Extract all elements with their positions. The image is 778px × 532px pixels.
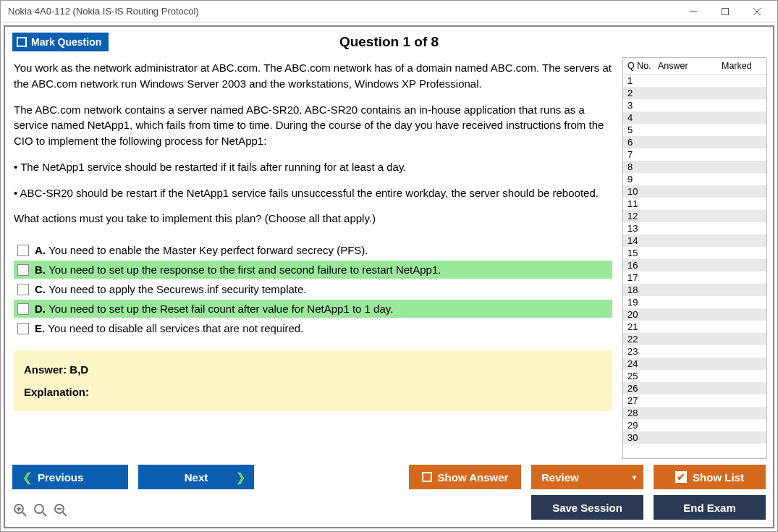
minimize-button[interactable]	[677, 1, 709, 22]
chevron-right-icon: ❯	[236, 470, 245, 484]
show-answer-button[interactable]: Show Answer	[409, 465, 521, 489]
list-row[interactable]: 7	[623, 148, 766, 161]
list-row[interactable]: 25	[623, 370, 766, 382]
row-qno: 8	[623, 161, 656, 172]
answer-line: Answer: B,D	[24, 363, 602, 376]
zoom-controls	[12, 502, 69, 518]
list-row[interactable]: 15	[623, 247, 766, 259]
list-row[interactable]: 3	[623, 99, 766, 111]
list-row[interactable]: 1	[623, 75, 766, 87]
list-row[interactable]: 24	[623, 358, 766, 370]
row-qno: 26	[623, 383, 656, 394]
close-button[interactable]	[741, 1, 773, 22]
question-paragraph: • The NetApp1 service should be restarte…	[14, 159, 612, 175]
row-qno: 11	[623, 198, 656, 209]
list-row[interactable]: 16	[623, 259, 766, 271]
maximize-icon	[721, 7, 730, 16]
option-checkbox[interactable]	[17, 264, 29, 276]
list-row[interactable]: 2	[623, 87, 766, 99]
row-qno: 15	[623, 248, 656, 258]
check-icon: ✔	[675, 471, 687, 483]
button-row: ❮ Previous Next ❯ Show Answer Review ▾	[12, 465, 766, 489]
option-checkbox[interactable]	[17, 303, 29, 315]
row-qno: 4	[623, 112, 656, 123]
option-label: A. You need to enable the Master Key per…	[35, 244, 368, 256]
list-row[interactable]: 14	[623, 235, 766, 247]
question-paragraph: • ABC-SR20 should be restart if the NetA…	[14, 185, 612, 201]
question-list-panel: Q No. Answer Marked 12345678910111213141…	[622, 57, 767, 459]
list-row[interactable]: 13	[623, 222, 766, 235]
list-row[interactable]: 6	[623, 136, 766, 148]
option-a[interactable]: A. You need to enable the Master Key per…	[14, 241, 612, 259]
row-qno: 28	[623, 408, 656, 418]
row-qno: 7	[623, 149, 656, 160]
row-qno: 12	[623, 211, 656, 221]
list-row[interactable]: 27	[623, 394, 766, 407]
save-session-button[interactable]: Save Session	[531, 495, 643, 520]
option-d[interactable]: D. You need to set up the Reset fail cou…	[14, 300, 612, 318]
show-list-label: Show List	[693, 471, 744, 484]
list-row[interactable]: 28	[623, 407, 766, 419]
next-button[interactable]: Next ❯	[138, 465, 254, 489]
header-qno: Q No.	[625, 61, 658, 71]
list-row[interactable]: 22	[623, 333, 766, 345]
option-label: B. You need to set up the response to th…	[35, 263, 441, 276]
maximize-button[interactable]	[709, 1, 741, 22]
option-c[interactable]: C. You need to apply the Securews.inf se…	[14, 280, 612, 298]
row-qno: 3	[623, 100, 656, 111]
list-row[interactable]: 8	[623, 161, 766, 173]
end-exam-label: End Exam	[683, 502, 736, 514]
review-label: Review	[541, 471, 579, 484]
question-area: You work as the network administrator at…	[11, 57, 617, 459]
list-row[interactable]: 17	[623, 271, 766, 284]
row-qno: 27	[623, 395, 656, 406]
list-row[interactable]: 26	[623, 382, 766, 394]
next-label: Next	[185, 471, 208, 484]
zoom-reset-button[interactable]	[33, 502, 48, 518]
zoom-icon	[33, 503, 48, 518]
previous-button[interactable]: ❮ Previous	[12, 465, 128, 489]
zoom-out-button[interactable]	[53, 502, 69, 518]
list-row[interactable]: 12	[623, 210, 766, 222]
list-row[interactable]: 19	[623, 296, 766, 308]
option-checkbox[interactable]	[17, 323, 29, 334]
end-exam-button[interactable]: End Exam	[654, 495, 766, 520]
options-list: A. You need to enable the Master Key per…	[14, 241, 612, 339]
list-row[interactable]: 4	[623, 111, 766, 124]
row-qno: 30	[623, 432, 656, 443]
option-b[interactable]: B. You need to set up the response to th…	[14, 261, 612, 279]
row-qno: 19	[623, 297, 656, 308]
chevron-down-icon: ▾	[633, 473, 636, 481]
row-qno: 1	[623, 75, 656, 86]
row-qno: 18	[623, 284, 656, 295]
list-row[interactable]: 30	[623, 431, 766, 444]
svg-line-5	[22, 512, 26, 516]
option-e[interactable]: E. You need to disable all services that…	[14, 319, 612, 337]
zoom-in-button[interactable]	[12, 502, 28, 518]
list-row[interactable]: 5	[623, 124, 766, 136]
show-list-button[interactable]: ✔ Show List	[654, 465, 766, 489]
option-checkbox[interactable]	[17, 284, 29, 295]
option-checkbox[interactable]	[17, 245, 29, 256]
main-row: You work as the network administrator at…	[5, 57, 773, 459]
header-row: Mark Question Question 1 of 8	[5, 27, 773, 57]
list-row[interactable]: 29	[623, 419, 766, 431]
svg-point-8	[35, 504, 43, 513]
zoom-in-icon	[13, 503, 28, 518]
list-row[interactable]: 9	[623, 173, 766, 185]
list-row[interactable]: 18	[623, 284, 766, 296]
mark-question-button[interactable]: Mark Question	[12, 33, 109, 51]
app-window: Nokia 4A0-112 (Nokia IS-IS Routing Proto…	[0, 0, 778, 532]
list-body[interactable]: 1234567891011121314151617181920212223242…	[623, 75, 766, 458]
save-session-label: Save Session	[552, 502, 622, 514]
zoom-out-icon	[54, 503, 68, 518]
row-qno: 29	[623, 420, 656, 431]
list-row[interactable]: 20	[623, 308, 766, 321]
checkbox-icon	[17, 37, 27, 47]
list-row[interactable]: 11	[623, 198, 766, 210]
list-row[interactable]: 23	[623, 345, 766, 358]
previous-label: Previous	[38, 471, 83, 484]
list-row[interactable]: 21	[623, 321, 766, 333]
list-row[interactable]: 10	[623, 185, 766, 198]
review-button[interactable]: Review ▾	[531, 465, 643, 489]
